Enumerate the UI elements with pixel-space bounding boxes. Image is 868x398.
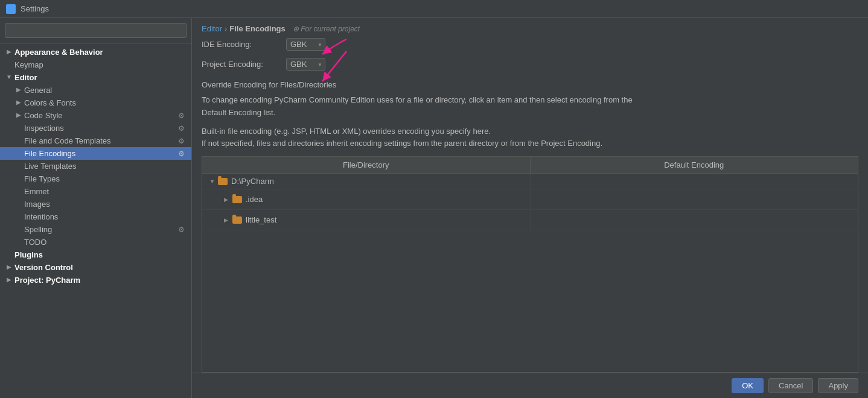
ide-encoding-label: IDE Encoding: (202, 40, 286, 49)
search-input[interactable] (5, 23, 187, 38)
ide-encoding-select[interactable]: GBK UTF-8 (286, 38, 325, 51)
arrow-general (14, 86, 23, 95)
main-content: Appearance & Behavior Keymap Editor Gene… (0, 18, 868, 398)
expand-arrow-1[interactable]: ▼ (209, 178, 215, 185)
sidebar-item-file-encodings[interactable]: File Encodings ⚙ (0, 147, 191, 160)
project-encoding-select-wrapper: GBK UTF-8 (286, 58, 325, 71)
sidebar-item-file-code-templates[interactable]: File and Code Templates ⚙ (0, 134, 191, 147)
table-path-row-3: ▶ little_test (209, 213, 523, 227)
titlebar: Settings (0, 0, 868, 18)
table-path-row-1: ▼ D:\PyCharm (209, 177, 523, 186)
table-cell-encoding-2 (531, 189, 858, 209)
sidebar-item-spelling[interactable]: Spelling ⚙ (0, 223, 191, 236)
apply-button[interactable]: Apply (818, 378, 858, 393)
sidebar-item-live-templates[interactable]: Live Templates (0, 160, 191, 172)
table-cell-path-1: ▼ D:\PyCharm (202, 174, 531, 189)
expand-arrow-2[interactable]: ▶ (224, 197, 230, 203)
sidebar-item-label: Images (24, 200, 50, 209)
settings-window: Settings Appearance & Behavior Keymap (0, 0, 868, 398)
settings-icon-file-code-templates: ⚙ (178, 137, 187, 145)
sidebar-item-label: Spelling (24, 225, 52, 234)
sidebar-item-images[interactable]: Images (0, 198, 191, 210)
project-hint-text: For current project (301, 25, 360, 33)
sidebar-item-project-pycharm[interactable]: Project: PyCharm (0, 274, 191, 286)
path-label-2: .idea (246, 195, 263, 204)
path-label-1: D:\PyCharm (231, 177, 274, 186)
table-row[interactable]: ▼ D:\PyCharm (202, 174, 858, 189)
search-box (0, 18, 191, 43)
breadcrumb-current: File Encodings (229, 24, 285, 33)
table-cell-path-2: ▶ .idea (202, 189, 531, 209)
sidebar-item-label: Intentions (24, 212, 58, 221)
sidebar-item-version-control[interactable]: Version Control (0, 261, 191, 274)
cancel-button[interactable]: Cancel (768, 378, 813, 393)
sidebar-item-label: Inspections (24, 124, 64, 133)
sidebar-item-label: File and Code Templates (24, 136, 111, 145)
description-text-1: To change encoding PyCharm Community Edi… (202, 94, 858, 119)
sidebar-item-emmet[interactable]: Emmet (0, 185, 191, 198)
sidebar-item-todo[interactable]: TODO (0, 236, 191, 248)
sidebar-item-label: Plugins (14, 250, 43, 259)
sidebar-item-label: Code Style (24, 111, 63, 120)
table-cell-path-3: ▶ little_test (202, 210, 531, 230)
content-body: IDE Encoding: GBK UTF-8 Project Encoding… (192, 38, 868, 373)
folder-icon-1 (218, 178, 228, 185)
table-header-file-directory: File/Directory (202, 157, 531, 173)
breadcrumb-hint: ⊕ For current project (293, 25, 360, 33)
desc3: If not specified, files and directories … (202, 139, 602, 148)
override-section-title: Override Encoding for Files/Directories (202, 80, 858, 89)
ide-encoding-select-wrapper: GBK UTF-8 (286, 38, 325, 51)
sidebar: Appearance & Behavior Keymap Editor Gene… (0, 18, 192, 398)
encoding-annotation-container: IDE Encoding: GBK UTF-8 Project Encoding… (202, 38, 858, 78)
sidebar-item-label: Version Control (14, 263, 73, 272)
arrow-editor (5, 74, 13, 82)
settings-icon-inspections: ⚙ (178, 124, 187, 133)
table-row[interactable]: ▶ .idea (202, 189, 858, 210)
sidebar-item-label: Keymap (14, 60, 43, 69)
arrow-version-control (5, 264, 13, 272)
sidebar-item-appearance[interactable]: Appearance & Behavior (0, 46, 191, 58)
sidebar-item-label: Project: PyCharm (14, 276, 80, 285)
desc2: Built-in file encoding (e.g. JSP, HTML o… (202, 127, 491, 136)
sidebar-item-inspections[interactable]: Inspections ⚙ (0, 122, 191, 134)
sidebar-tree: Appearance & Behavior Keymap Editor Gene… (0, 43, 191, 398)
sidebar-item-plugins[interactable]: Plugins (0, 248, 191, 261)
breadcrumb-parent[interactable]: Editor (202, 24, 222, 33)
table-row[interactable]: ▶ little_test (202, 210, 858, 230)
content-area: Editor › File Encodings ⊕ For current pr… (192, 18, 868, 398)
file-directory-table: File/Directory Default Encoding ▼ D:\PyC… (202, 156, 858, 373)
breadcrumb: Editor › File Encodings ⊕ For current pr… (192, 18, 868, 38)
breadcrumb-separator: › (225, 24, 227, 33)
description-text-2: Built-in file encoding (e.g. JSP, HTML o… (202, 125, 858, 151)
desc1-part1: To change encoding PyCharm Community Edi… (202, 95, 633, 104)
expand-arrow-3[interactable]: ▶ (224, 217, 230, 223)
sidebar-item-editor[interactable]: Editor (0, 71, 191, 84)
folder-icon-2 (232, 196, 242, 203)
sidebar-item-code-style[interactable]: Code Style ⚙ (0, 109, 191, 122)
table-body: ▼ D:\PyCharm ▶ (202, 174, 858, 372)
sidebar-item-general[interactable]: General (0, 84, 191, 96)
arrow-colors-fonts (14, 99, 23, 107)
project-encoding-row: Project Encoding: GBK UTF-8 (202, 58, 858, 71)
bottom-bar: OK Cancel Apply (192, 373, 868, 398)
sidebar-item-intentions[interactable]: Intentions (0, 210, 191, 223)
sidebar-item-file-types[interactable]: File Types (0, 172, 191, 185)
project-encoding-label: Project Encoding: (202, 60, 286, 69)
sidebar-item-label: Emmet (24, 187, 49, 196)
ide-encoding-row: IDE Encoding: GBK UTF-8 (202, 38, 858, 51)
sidebar-item-label: Appearance & Behavior (14, 48, 103, 57)
folder-icon-3 (232, 216, 242, 224)
path-label-3: little_test (246, 215, 276, 224)
settings-icon-code-style: ⚙ (178, 112, 187, 120)
ok-button[interactable]: OK (732, 378, 764, 393)
sidebar-item-label: Editor (14, 73, 37, 82)
arrow-project-pycharm (5, 276, 13, 285)
project-encoding-select[interactable]: GBK UTF-8 (286, 58, 325, 71)
table-header: File/Directory Default Encoding (202, 157, 858, 174)
sidebar-item-keymap[interactable]: Keymap (0, 58, 191, 71)
app-icon (6, 4, 16, 14)
settings-icon-spelling: ⚙ (178, 226, 187, 234)
sidebar-item-label: File Encodings (24, 149, 75, 158)
sidebar-item-colors-fonts[interactable]: Colors & Fonts (0, 96, 191, 109)
table-cell-encoding-3 (531, 210, 858, 230)
